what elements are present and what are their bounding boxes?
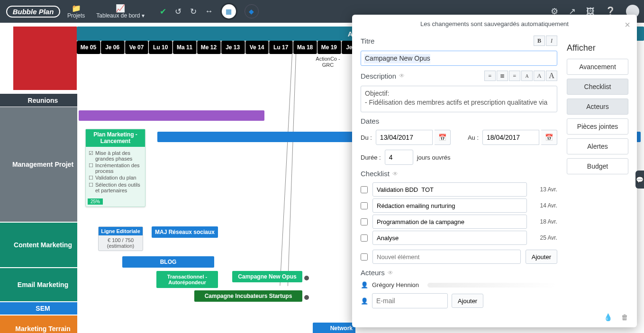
row-reunions[interactable]: Reunions <box>9 94 77 107</box>
close-icon[interactable]: × <box>625 19 630 30</box>
du-label: Du : <box>361 134 372 141</box>
checklist-checkbox[interactable] <box>361 218 368 225</box>
checklist: 13 Avr.14 Avr.18 Avr.25 Avr. <box>361 182 557 245</box>
task-campagne-incubateurs[interactable]: Campagne Incubateurs Startups <box>194 290 302 302</box>
day-cell[interactable]: Lu 10 <box>149 41 172 54</box>
side-acteurs[interactable]: Acteurs <box>567 99 628 115</box>
day-cell[interactable]: Ve 14 <box>245 41 269 54</box>
nav-projects[interactable]: 📁 Projets <box>67 4 85 19</box>
day-cell[interactable]: Je 06 <box>101 41 125 54</box>
checklist-checkbox[interactable] <box>361 186 368 193</box>
font-large-icon[interactable]: A <box>546 71 557 81</box>
dependency-line <box>288 54 296 286</box>
date-start-input[interactable] <box>376 130 433 145</box>
view-calendar-button[interactable]: ▦ <box>222 4 236 18</box>
milestone-actionco: ActionCo -GRC <box>314 56 342 68</box>
side-avancement[interactable]: Avancement <box>567 59 628 75</box>
autosave-notice: Les changements sont sauvegardés automat… <box>352 20 637 27</box>
row-email[interactable]: Email Marketing <box>9 268 77 301</box>
italic-icon[interactable]: I <box>546 36 557 46</box>
checklist-item: 14 Avr. <box>361 198 557 213</box>
side-checklist[interactable]: Checklist <box>567 79 628 95</box>
checklist-text[interactable] <box>372 215 527 229</box>
day-cell[interactable]: Me 12 <box>197 41 221 54</box>
dependency-line <box>280 54 292 286</box>
day-cell[interactable]: Ve 07 <box>125 41 149 54</box>
row-band <box>0 223 9 267</box>
task-ligne-editoriale[interactable]: Ligne Editoriale € 100 / 750 (estimation… <box>98 226 143 251</box>
row-terrain[interactable]: Marketing Terrain <box>9 315 77 333</box>
add-actor-button[interactable]: Ajouter <box>452 294 483 308</box>
checklist-checkbox[interactable] <box>361 234 368 242</box>
row-content[interactable]: Content Marketing <box>9 223 77 267</box>
nav-dashboards[interactable]: 📈 Tableaux de bord ▾ <box>96 4 144 19</box>
logo[interactable]: Bubble Plan <box>5 2 62 20</box>
add-checklist-button[interactable]: Ajouter <box>526 250 557 264</box>
day-cell[interactable]: Me 05 <box>77 41 100 54</box>
checklist-date: 18 Avr. <box>532 218 557 225</box>
afficher-title: Afficher <box>567 43 628 53</box>
day-cell[interactable]: Me 19 <box>317 41 341 54</box>
chart-icon: 📈 <box>116 4 125 12</box>
drop-icon[interactable]: 💧 <box>604 313 613 322</box>
titre-input[interactable] <box>361 51 557 66</box>
check-icon[interactable]: ✔ <box>160 7 166 17</box>
align-left-icon[interactable]: ≡ <box>484 71 496 81</box>
chat-tab[interactable]: 💬 <box>635 171 644 189</box>
day-cell[interactable]: Je 13 <box>221 41 245 54</box>
task-bar-purple[interactable] <box>79 110 264 121</box>
align-center-icon[interactable]: ≣ <box>497 71 508 81</box>
checklist-checkbox[interactable] <box>361 202 368 209</box>
undo-icon[interactable]: ↺ <box>175 7 181 17</box>
task-maj-reseaux[interactable]: MAJ Réseaux sociaux <box>152 226 218 238</box>
checklist-item: 25 Avr. <box>361 231 557 245</box>
link-handle[interactable] <box>304 295 309 300</box>
view-drop-button[interactable]: ◆ <box>245 4 259 18</box>
side-alertes[interactable]: Alertes <box>567 138 628 154</box>
align-right-icon[interactable]: ≡ <box>509 71 520 81</box>
row-band <box>0 107 9 222</box>
side-pieces[interactable]: Pièces jointes <box>567 118 628 135</box>
eye-icon[interactable]: 👁 <box>388 270 393 276</box>
checklist-item: 18 Avr. <box>361 215 557 229</box>
plan-checklist-item[interactable]: ☐Validation du plan <box>89 175 142 181</box>
bold-icon[interactable]: B <box>534 36 545 46</box>
calendar-icon[interactable]: 📅 <box>435 130 451 145</box>
checklist-text[interactable] <box>372 182 527 197</box>
checklist-item: 13 Avr. <box>361 182 557 197</box>
task-transactionnel[interactable]: Transactionnel -Autorépondeur <box>156 271 218 288</box>
resize-icon[interactable]: ↔ <box>205 7 213 16</box>
plan-checklist-item[interactable]: ☑Mise à plat des grandes phases <box>89 150 142 162</box>
row-sem[interactable]: SEM <box>9 302 77 315</box>
day-cell[interactable]: Ma 18 <box>293 41 317 54</box>
font-small-icon[interactable]: A <box>521 71 533 81</box>
eye-icon[interactable]: 👁 <box>399 72 405 79</box>
font-med-icon[interactable]: A <box>534 71 545 81</box>
day-cell[interactable]: Ma 11 <box>173 41 197 54</box>
folder-icon: 📁 <box>72 4 81 12</box>
date-end-input[interactable] <box>482 130 539 145</box>
plan-marketing-card[interactable]: Plan Marketing -Lancement ☑Mise à plat d… <box>85 129 145 207</box>
checklist-new-input[interactable] <box>372 250 521 264</box>
actor-email-input[interactable] <box>372 293 448 308</box>
calendar-icon[interactable]: 📅 <box>541 130 557 145</box>
side-budget[interactable]: Budget <box>567 158 628 174</box>
link-handle[interactable] <box>304 276 309 280</box>
duration-input[interactable] <box>385 150 413 165</box>
task-network[interactable]: Network <box>313 323 355 333</box>
eye-icon[interactable]: 👁 <box>392 171 398 177</box>
checklist-text[interactable] <box>372 231 527 245</box>
description-input[interactable]: Objectif: - Fidélisation des membres act… <box>361 86 557 112</box>
trash-icon[interactable]: 🗑 <box>621 313 628 322</box>
plan-checklist-item[interactable]: ☐Sélection des outils et partenaires <box>89 182 142 193</box>
toolbar-icons: ✔ ↺ ↻ ↔ ▦ ◆ <box>160 4 259 18</box>
task-blog[interactable]: BLOG <box>122 256 214 268</box>
checklist-new-checkbox[interactable] <box>361 253 368 261</box>
task-campagne-opus[interactable]: Campagne New Opus <box>232 271 302 282</box>
row-management[interactable]: Management Projet <box>9 107 77 222</box>
day-cell[interactable]: Lu 17 <box>269 41 293 54</box>
checklist-text[interactable] <box>372 198 527 213</box>
redo-icon[interactable]: ↻ <box>190 7 197 17</box>
plan-checklist-item[interactable]: ☐Incrémentation des process <box>89 162 142 174</box>
duree-label: Durée : <box>361 154 381 161</box>
